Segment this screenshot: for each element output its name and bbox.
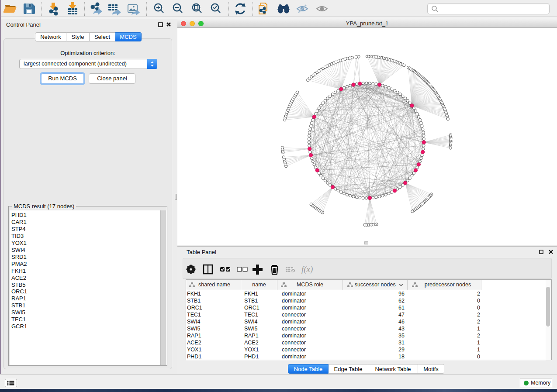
svg-text:f(x): f(x) bbox=[301, 265, 313, 274]
